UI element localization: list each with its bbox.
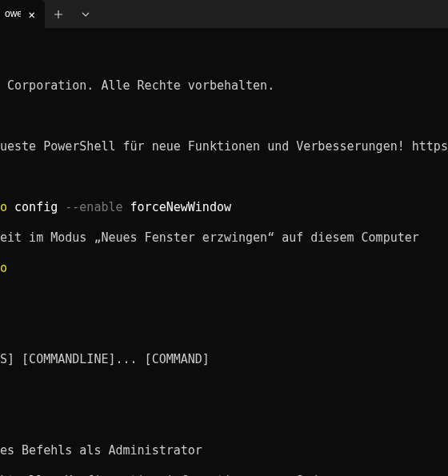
cmd-flag: --enable xyxy=(65,200,122,214)
cmd-part: o xyxy=(0,261,7,275)
output-line: ueste PowerShell für neue Funktionen und… xyxy=(0,139,448,154)
terminal-output[interactable]: Corporation. Alle Rechte vorbehalten. ue… xyxy=(0,28,448,476)
chevron-down-icon xyxy=(81,10,90,19)
new-tab-button[interactable] xyxy=(45,0,72,28)
output-line xyxy=(0,322,448,337)
output-line: eit im Modus „Neues Fenster erzwingen“ a… xyxy=(0,230,448,246)
cmd-part: forceNewWindow xyxy=(123,200,231,214)
titlebar: owe ✕ xyxy=(0,0,448,28)
output-line xyxy=(0,109,448,124)
close-tab-icon[interactable]: ✕ xyxy=(27,7,37,22)
active-tab[interactable]: owe ✕ xyxy=(0,0,45,28)
tab-title: owe xyxy=(5,6,21,22)
cmd-part: config xyxy=(7,200,65,214)
command-line: o config --enable forceNewWindow xyxy=(0,200,448,215)
output-line: es Befehls als Administrator xyxy=(0,443,448,458)
tab-dropdown-button[interactable] xyxy=(72,0,99,28)
cmd-part: o xyxy=(0,200,7,214)
output-line xyxy=(0,291,448,306)
output-line xyxy=(0,170,448,185)
output-line: S] [COMMANDLINE]... [COMMAND] xyxy=(0,352,448,367)
output-line xyxy=(0,413,448,428)
plus-icon xyxy=(54,10,63,19)
output-line xyxy=(0,382,448,398)
titlebar-actions xyxy=(45,0,99,28)
command-line: o xyxy=(0,261,448,276)
output-line: Corporation. Alle Rechte vorbehalten. xyxy=(0,78,448,94)
output-line xyxy=(0,48,448,63)
